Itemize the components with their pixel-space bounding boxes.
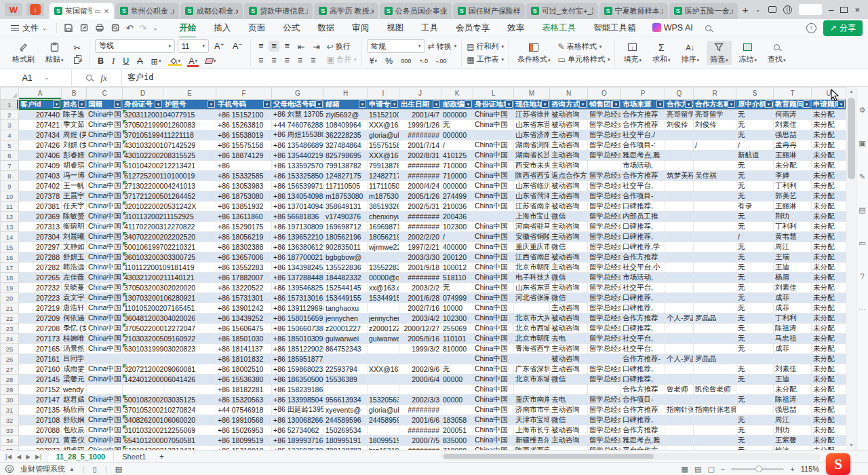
cell-M5[interactable]: 湖南省浏阳 — [514, 140, 550, 151]
cell-J6[interactable]: 2002/8/31 — [399, 151, 441, 161]
cell-F9[interactable]: +86 13053983 — [216, 181, 272, 191]
cell-T16[interactable]: 王瑞 — [774, 252, 812, 263]
cell-F33[interactable]: +86 15026953 — [216, 425, 272, 436]
sort-button[interactable]: A↓ 排序▾ — [677, 41, 703, 65]
cell-R13[interactable] — [694, 222, 736, 232]
increase-font-icon[interactable]: A⁺ — [212, 40, 227, 52]
cell-A27[interactable]: 207160 — [19, 364, 62, 375]
menu-wps-ai[interactable]: WPS AI — [644, 20, 701, 35]
cell-H5[interactable]: 327484864 — [324, 140, 368, 151]
cell-D15[interactable]: 500106199702210321 — [123, 242, 216, 252]
cell-H22[interactable]: jennychen — [324, 314, 368, 324]
cell-M31[interactable]: 济南市市中 — [514, 405, 550, 415]
cell-J11[interactable]: 2002/5/31 — [399, 202, 441, 212]
cell-G7[interactable]: +86 13359257061 — [272, 161, 324, 171]
cell-A17[interactable]: 207282 — [19, 263, 62, 273]
cell-H33[interactable]: 150269534 — [324, 425, 368, 436]
column-header-E[interactable]: E — [163, 88, 216, 100]
cell-U29[interactable]: 未分配 — [812, 385, 846, 395]
cell-K2[interactable]: 000000 — [441, 110, 473, 120]
cell-S28[interactable]: 无 — [736, 375, 774, 385]
cell-M16[interactable]: 江西省南昌 — [514, 252, 550, 263]
filter-dropdown-icon[interactable]: ▾ — [728, 100, 735, 108]
cell-I12[interactable]: chenxinyur — [368, 212, 399, 222]
cell-P15[interactable]: 口碑推荐,学 — [621, 242, 665, 252]
cell-D4[interactable]: 370105199411221118 — [123, 130, 216, 140]
cell-N21[interactable]: 主动咨询 — [550, 303, 588, 314]
menu-item-3[interactable]: 公式 — [275, 20, 308, 37]
cell-O8[interactable]: 留学总经办 — [588, 171, 621, 181]
zoom-slider[interactable] — [731, 468, 784, 470]
cell-B12[interactable]: 陈敏赟 (女 — [62, 212, 87, 222]
cell-L11[interactable]: China中国 — [473, 202, 514, 212]
cell-U17[interactable]: 未分配 — [812, 263, 846, 273]
number-format-select[interactable]: 常规▾ — [367, 39, 425, 53]
cell-S31[interactable] — [736, 405, 774, 415]
cell-R33[interactable] — [694, 425, 736, 436]
cell-T8[interactable]: 李婵 — [774, 171, 812, 181]
cell-K6[interactable]: 410125 — [441, 151, 473, 161]
cell-S25[interactable]: 无 — [736, 344, 774, 354]
cell-K17[interactable]: 100012 — [441, 263, 473, 273]
cell-D6[interactable]: 430102200208315525 — [123, 151, 216, 161]
cell-I16[interactable] — [368, 252, 399, 263]
cell-T10[interactable]: 郭美艺 — [774, 191, 812, 202]
cell-B23[interactable]: 季忆 (女) — [62, 324, 87, 334]
filter-dropdown-icon[interactable]: ▾ — [359, 100, 366, 108]
row-header-4[interactable]: 4 — [1, 130, 19, 140]
cell-J10[interactable]: 2005/1/26 — [399, 191, 441, 202]
column-header-U[interactable]: U — [812, 88, 846, 100]
header-cell-A1[interactable]: 客户id▾ — [19, 100, 62, 110]
filter-dropdown-icon[interactable]: ▾ — [803, 100, 810, 108]
cell-H2[interactable]: ziyi5692@ — [324, 110, 368, 120]
cell-T11[interactable]: 王丽淋 — [774, 202, 812, 212]
cell-R9[interactable] — [694, 181, 736, 191]
cell-A33[interactable]: 207088 — [19, 425, 62, 436]
cell-I7[interactable]: 799138782 — [368, 161, 399, 171]
merge-cells-button[interactable]: ▣合并▾ — [327, 54, 357, 64]
cell-K19[interactable]: 无 — [441, 283, 473, 293]
cell-U2[interactable]: 未分配 — [812, 110, 846, 120]
cell-K18[interactable]: 518110 — [441, 273, 473, 283]
cell-N3[interactable]: 被动咨询 — [550, 120, 588, 130]
row-header-16[interactable]: 16 — [1, 252, 19, 263]
cell-A9[interactable]: 207402 — [19, 181, 62, 191]
cell-A28[interactable]: 207145 — [19, 375, 62, 385]
cell-R26[interactable]: 罗晶晶 — [694, 354, 736, 364]
cell-L9[interactable]: China中国 — [473, 181, 514, 191]
save-icon[interactable] — [64, 23, 73, 33]
help-icon[interactable]: ? — [860, 272, 864, 280]
cell-L10[interactable]: China中国 — [473, 191, 514, 202]
cell-I34[interactable]: 180995191 — [368, 436, 399, 446]
conditional-format-button[interactable]: 条件格式▾ — [514, 41, 554, 65]
cell-Q31[interactable]: 指南针张老师 — [665, 405, 694, 415]
align-top-icon[interactable]: ≡ — [256, 41, 266, 52]
cell-G27[interactable]: +86 15986802311 — [272, 364, 324, 375]
font-color-button[interactable]: A▾ — [186, 56, 200, 67]
cell-A29[interactable]: 207152 — [19, 385, 62, 395]
cell-J15[interactable]: 1997/2/21 — [399, 242, 441, 252]
cell-L7[interactable]: China中国 — [473, 161, 514, 171]
cell-E26[interactable] — [163, 354, 216, 364]
column-header-K[interactable]: K — [441, 88, 473, 100]
cell-J16[interactable]: 2003/3/30 — [399, 252, 441, 263]
cell-O2[interactable]: 留学总经办 — [588, 110, 621, 120]
cell-P22[interactable]: 合作方推荐 — [621, 314, 665, 324]
cut-icon[interactable]: ✂ — [71, 42, 85, 54]
cell-L23[interactable]: China中国 — [473, 324, 514, 334]
cell-O21[interactable]: 留学总经办 — [588, 303, 621, 314]
first-sheet-icon[interactable]: |◀ — [5, 453, 12, 460]
cell-R20[interactable] — [694, 293, 736, 303]
menu-item-11[interactable]: 智能工具箱 — [585, 20, 644, 37]
filter-button[interactable]: 筛选▾ — [707, 41, 732, 65]
cell-T14[interactable]: 黄韦慧 — [774, 232, 812, 242]
cell-B19[interactable]: 吴晓蔓 (女 — [62, 283, 87, 293]
cell-A26[interactable]: 207161 — [19, 354, 62, 364]
spreadsheet-grid[interactable]: ABCDEFGHIJKLMNOPQRSTU1客户id▾姓名▾国籍▾身份证号▾护照… — [0, 87, 846, 450]
cell-A20[interactable]: 207223 — [19, 293, 62, 303]
cell-L2[interactable]: China中国 — [473, 110, 514, 120]
cell-B16[interactable]: 舒妍玉 (女 — [62, 252, 87, 263]
cell-J24[interactable]: 2005/9/16 — [399, 334, 441, 344]
cell-K15[interactable]: 400000 — [441, 242, 473, 252]
cell-Q6[interactable] — [665, 151, 694, 161]
